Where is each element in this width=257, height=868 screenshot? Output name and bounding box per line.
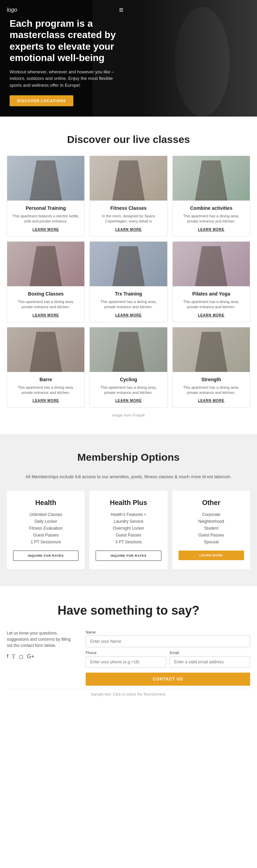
membership-plan-button[interactable]: INQUIRE FOR RATES [96, 551, 161, 561]
card-body: Fitness Classes In the room, designed by… [90, 201, 167, 236]
phone-label: Phone [86, 651, 166, 655]
logo: logo [7, 7, 17, 13]
membership-feature: 1 PT Sessionure [13, 540, 78, 544]
membership-plan-title: Health Plus [96, 499, 161, 507]
membership-grid: Health Unlimited ClassesDaily LockerFitn… [7, 491, 250, 569]
card-learn-more-link[interactable]: LEARN MORE [12, 313, 79, 317]
hero-section: logo ≡ Each program is a masterclass cre… [0, 0, 257, 117]
contact-section: Have something to say? Let us know your … [0, 586, 257, 713]
card-description: This apartment has a dining area, privat… [178, 299, 245, 310]
class-card: Strength This apartment has a dining are… [172, 327, 250, 408]
instagram-icon[interactable]: ◻ [19, 653, 23, 660]
card-image [90, 242, 167, 286]
card-description: This apartment has a dining area, privat… [12, 385, 79, 396]
card-learn-more-link[interactable]: LEARN MORE [178, 313, 245, 317]
card-learn-more-link[interactable]: LEARN MORE [178, 228, 245, 231]
phone-field-wrapper: Phone [86, 651, 166, 668]
classes-title: Discover our live classes [7, 134, 250, 145]
email-label: Email [170, 651, 250, 655]
card-learn-more-link[interactable]: LEARN MORE [12, 228, 79, 231]
card-image [90, 327, 167, 372]
menu-icon[interactable]: ≡ [119, 5, 123, 14]
class-card: Trx Training This apartment has a dining… [89, 241, 167, 322]
name-label: Name [86, 630, 250, 634]
card-image [90, 156, 167, 201]
contact-description: Let us know your questions, suggestions … [7, 630, 75, 649]
hero-description: Workout whenever, wherever and however y… [10, 69, 121, 89]
membership-plan-title: Health [13, 499, 78, 507]
card-body: Barre This apartment has a dining area, … [7, 372, 84, 408]
card-title: Barre [12, 377, 79, 382]
card-learn-more-link[interactable]: LEARN MORE [178, 399, 245, 402]
membership-description: All Memberships include full access to o… [7, 473, 250, 480]
card-body: Strength This apartment has a dining are… [173, 372, 250, 408]
membership-plan: Health Unlimited ClassesDaily LockerFitn… [7, 491, 85, 569]
card-body: Cycling This apartment has a dining area… [90, 372, 167, 408]
card-description: This apartment has a dining area, privat… [178, 214, 245, 224]
membership-feature: Student [179, 526, 244, 531]
card-title: Combine activities [178, 205, 245, 211]
membership-plan: Other CorporateNeighborhoodStudentGuest … [172, 491, 250, 569]
card-title: Fitness Classes [95, 205, 162, 211]
card-learn-more-link[interactable]: LEARN MORE [12, 399, 79, 402]
social-icons: f 𝕋 ◻ G+ [7, 653, 75, 660]
card-title: Trx Training [95, 291, 162, 297]
membership-plan: Health Plus Health's Features +Laundry S… [89, 491, 167, 569]
membership-feature: Fitness Evaluation [13, 526, 78, 531]
sample-text: Sample text. Click to select the Text El… [7, 689, 250, 699]
membership-section: Membership Options All Memberships inclu… [0, 434, 257, 586]
membership-feature: Health's Features + [96, 512, 161, 517]
membership-title: Membership Options [7, 451, 250, 463]
hero-title: Each program is a masterclass created by… [10, 18, 121, 64]
facebook-icon[interactable]: f [7, 653, 8, 660]
name-input[interactable] [86, 636, 250, 647]
card-title: Pilates and Yoga [178, 291, 245, 297]
name-field-row: Name [86, 630, 250, 647]
card-learn-more-link[interactable]: LEARN MORE [95, 228, 162, 231]
membership-feature: Corporate [179, 512, 244, 517]
membership-plan-button[interactable]: LEARN MORE [179, 551, 244, 560]
card-description: This apartment has a dining area, privat… [12, 299, 79, 310]
class-card: Combine activities This apartment has a … [172, 156, 250, 237]
class-card: Boxing Classes This apartment has a dini… [7, 241, 85, 322]
contact-left: Let us know your questions, suggestions … [7, 630, 75, 686]
contact-layout: Let us know your questions, suggestions … [7, 630, 250, 686]
card-body: Trx Training This apartment has a dining… [90, 286, 167, 322]
class-card: Cycling This apartment has a dining area… [89, 327, 167, 408]
card-image [7, 156, 84, 201]
membership-plan-button[interactable]: INQUIRE FOR RATES [13, 551, 78, 561]
contact-us-button[interactable]: CONTACT US [86, 673, 250, 686]
card-body: Boxing Classes This apartment has a dini… [7, 286, 84, 322]
class-card: Personal Training This apartment feature… [7, 156, 85, 237]
phone-email-row: Phone Email [86, 651, 250, 668]
email-input[interactable] [170, 656, 250, 668]
card-body: Personal Training This apartment feature… [7, 201, 84, 236]
card-learn-more-link[interactable]: LEARN MORE [95, 399, 162, 402]
membership-feature: Unlimited Classes [13, 512, 78, 517]
card-description: This apartment features a electric kettl… [12, 214, 79, 224]
classes-grid: Personal Training This apartment feature… [7, 156, 250, 408]
contact-title: Have something to say? [7, 603, 250, 618]
googleplus-icon[interactable]: G+ [27, 653, 34, 660]
card-image [7, 242, 84, 286]
hero-content: logo ≡ Each program is a masterclass cre… [0, 1, 130, 116]
card-description: This apartment has a dining area, privat… [95, 385, 162, 396]
membership-feature: Guest Passes [13, 533, 78, 538]
membership-plan-title: Other [179, 499, 244, 507]
card-title: Boxing Classes [12, 291, 79, 297]
card-body: Combine activities This apartment has a … [173, 201, 250, 236]
discover-locations-button[interactable]: DISCOVER LOCATIONS [10, 95, 73, 106]
classes-section: Discover our live classes Personal Train… [0, 117, 257, 434]
contact-form: Name Phone Email CONTACT US [86, 630, 250, 686]
phone-input[interactable] [86, 656, 166, 668]
membership-feature: 3 PT Sessions [96, 540, 161, 544]
card-image [173, 156, 250, 201]
card-title: Personal Training [12, 205, 79, 211]
freepik-note: Image from Freepik [7, 413, 250, 417]
twitter-icon[interactable]: 𝕋 [12, 653, 15, 660]
card-learn-more-link[interactable]: LEARN MORE [95, 313, 162, 317]
class-card: Pilates and Yoga This apartment has a di… [172, 241, 250, 322]
membership-feature: Neighborhood [179, 519, 244, 524]
card-title: Cycling [95, 377, 162, 382]
card-image [173, 327, 250, 372]
